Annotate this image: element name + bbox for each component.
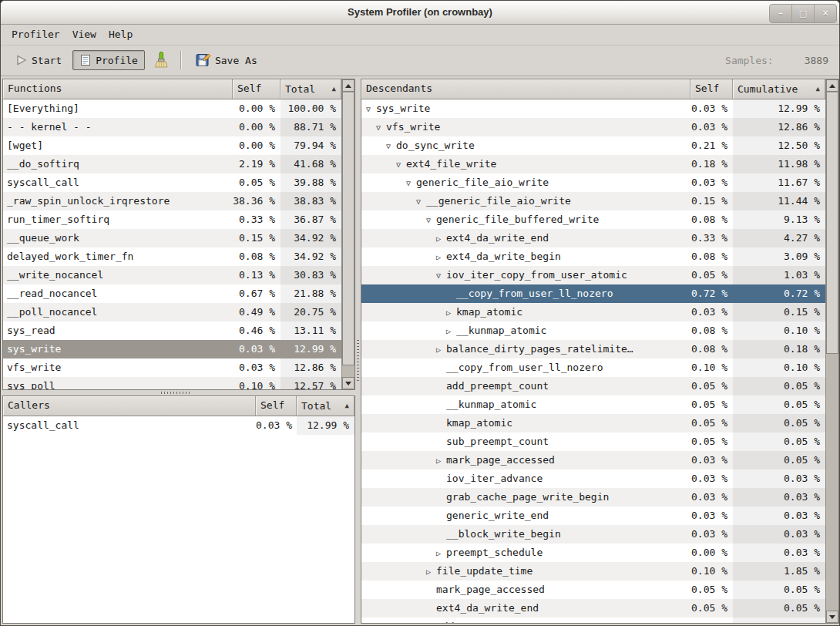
window-controls: – □ ✕ [769, 4, 837, 23]
expander-closed-icon[interactable]: ▷ [436, 248, 446, 266]
table-row[interactable]: __do_softirq2.19 %41.68 % [3, 155, 341, 173]
expander-open-icon[interactable]: ▽ [386, 137, 396, 155]
table-row[interactable]: ▽do_sync_write0.21 %12.50 % [361, 136, 825, 155]
table-row[interactable]: sys_read0.46 %13.11 % [3, 321, 341, 340]
self-percent: 0.03 % [690, 118, 733, 136]
titlebar[interactable]: System Profiler (on crownbay) – □ ✕ [1, 1, 839, 25]
scrollbar-thumb[interactable] [826, 92, 838, 354]
maximize-button[interactable]: □ [791, 5, 814, 22]
expander-closed-icon[interactable]: ▷ [436, 230, 446, 247]
table-row[interactable]: [Everything]0.00 %100.00 % [3, 99, 341, 118]
table-row[interactable]: __read_nocancel0.67 %21.88 % [3, 284, 341, 303]
descendants-scrollbar[interactable] [825, 79, 838, 623]
expander-closed-icon[interactable]: ▷ [436, 341, 446, 358]
minimize-button[interactable]: – [770, 5, 791, 22]
expander-open-icon[interactable]: ▽ [366, 100, 376, 118]
table-row[interactable]: syscall_call0.05 %39.88 % [3, 173, 341, 192]
table-row[interactable]: ▷mark_page_accessed0.03 %0.05 % [361, 451, 825, 470]
table-row[interactable]: ▷ext4_da_write_begin0.08 %3.09 % [361, 247, 825, 266]
table-row[interactable]: ext4_da_write_end0.05 %0.05 % [361, 599, 825, 618]
expander-closed-icon[interactable]: ▷ [436, 452, 446, 470]
table-row[interactable]: grab_cache_page_write_begin0.03 %0.03 % [361, 488, 825, 507]
expander-closed-icon[interactable]: ▷ [446, 304, 456, 321]
close-button[interactable]: ✕ [814, 5, 836, 22]
table-row[interactable]: iov_iter_advance0.03 %0.03 % [361, 470, 825, 488]
expander-open-icon[interactable]: ▽ [416, 193, 426, 210]
self-percent: 0.08 % [690, 247, 733, 266]
table-row[interactable]: sub_preempt_count0.05 %0.05 % [361, 432, 825, 451]
scroll-down-button[interactable] [342, 377, 354, 389]
column-header-total[interactable]: Total ▲ [297, 396, 354, 416]
table-row[interactable]: ▷balance_dirty_pages_ratelimite…0.08 %0.… [361, 340, 825, 358]
table-row[interactable]: ▽ext4_file_write0.18 %11.98 % [361, 155, 825, 173]
horizontal-splitter[interactable] [1, 390, 355, 395]
cumulative-percent: 1.85 % [733, 562, 825, 581]
profile-toggle-button[interactable]: Profile [72, 50, 145, 70]
table-row[interactable]: ▷ext4_da_write_end0.33 %4.27 % [361, 229, 825, 247]
expander-closed-icon[interactable]: ▷ [436, 544, 446, 562]
table-row[interactable]: __block_write_begin0.03 %0.03 % [361, 525, 825, 544]
start-button[interactable]: Start [8, 50, 69, 70]
table-row[interactable]: delayed_work_timer_fn0.08 %34.92 % [3, 247, 341, 266]
table-row[interactable]: ▽vfs_write0.03 %12.86 % [361, 118, 825, 136]
table-row[interactable]: ▽sys_write0.03 %12.99 % [361, 99, 825, 118]
scroll-down-button[interactable] [826, 611, 838, 623]
maximize-icon: □ [799, 8, 807, 19]
table-row[interactable]: ▷preempt_schedule0.00 %0.03 % [361, 544, 825, 562]
table-row[interactable]: run_timer_softirq0.33 %36.87 % [3, 210, 341, 229]
table-row[interactable]: add_preempt_count0.05 %0.05 % [361, 377, 825, 395]
menu-view[interactable]: View [66, 26, 102, 42]
table-row[interactable]: ▽generic_file_buffered_write0.08 %9.13 % [361, 210, 825, 229]
table-row[interactable]: __poll_nocancel0.49 %20.75 % [3, 303, 341, 321]
table-row[interactable]: ▷__kunmap_atomic0.08 %0.10 % [361, 321, 825, 340]
table-row[interactable]: __copy_from_user_ll_nozero0.10 %0.10 % [361, 358, 825, 377]
expander-closed-icon[interactable]: ▷ [446, 322, 456, 340]
table-row[interactable]: ▽__generic_file_aio_write0.15 %11.44 % [361, 192, 825, 210]
table-row[interactable]: ▽generic_file_aio_write0.03 %11.67 % [361, 173, 825, 192]
table-row[interactable]: ▷file_update_time0.10 %1.85 % [361, 562, 825, 581]
table-row[interactable]: __kunmap_atomic0.05 %0.05 % [361, 395, 825, 414]
vertical-splitter[interactable] [355, 76, 361, 626]
column-header-cumulative[interactable]: Cumulative ▲ [733, 79, 825, 99]
scroll-up-button[interactable] [826, 79, 838, 92]
functions-scrollbar[interactable] [341, 79, 354, 389]
table-row[interactable]: mark_page_accessed0.05 %0.05 % [361, 581, 825, 599]
expander-open-icon[interactable]: ▽ [436, 267, 446, 284]
table-row[interactable]: kmap_atomic0.05 %0.05 % [361, 414, 825, 432]
scroll-up-button[interactable] [342, 79, 354, 92]
cumulative-percent: 0.10 % [733, 358, 825, 377]
table-row[interactable]: add_preempt_count0.03 %0.03 % [361, 618, 825, 623]
table-row[interactable]: ▷kmap_atomic0.03 %0.15 % [361, 303, 825, 321]
table-row[interactable]: [wget]0.00 %79.94 % [3, 136, 341, 155]
column-header-self[interactable]: Self [690, 79, 733, 99]
table-row[interactable]: _raw_spin_unlock_irqrestore38.36 %38.83 … [3, 192, 341, 210]
reset-button[interactable] [149, 48, 173, 72]
column-header-callers[interactable]: Callers [3, 396, 256, 416]
table-row[interactable]: syscall_call0.03 %12.99 % [3, 416, 354, 435]
table-row[interactable]: __copy_from_user_ll_nozero0.72 %0.72 % [361, 284, 825, 303]
column-header-functions[interactable]: Functions [3, 79, 233, 99]
expander-closed-icon[interactable]: ▷ [426, 563, 436, 581]
table-row[interactable]: __queue_work0.15 %34.92 % [3, 229, 341, 247]
table-row[interactable]: - - kernel - -0.00 %88.71 % [3, 118, 341, 136]
scrollbar-thumb[interactable] [342, 92, 354, 365]
save-as-button[interactable]: Save As [189, 49, 264, 72]
column-header-self[interactable]: Self [233, 79, 281, 99]
table-row[interactable]: ▽iov_iter_copy_from_user_atomic0.05 %1.0… [361, 266, 825, 284]
table-row[interactable]: generic_write_end0.03 %0.03 % [361, 507, 825, 525]
expander-open-icon[interactable]: ▽ [426, 211, 436, 229]
table-row[interactable]: __write_nocancel0.13 %30.83 % [3, 266, 341, 284]
expander-open-icon[interactable]: ▽ [406, 174, 416, 192]
expander-open-icon[interactable]: ▽ [376, 119, 386, 136]
column-header-self[interactable]: Self [256, 396, 297, 416]
table-row[interactable]: sys_write0.03 %12.99 % [3, 340, 341, 358]
menu-profiler[interactable]: Profiler [5, 26, 66, 42]
table-row[interactable]: sys_poll0.10 %12.57 % [3, 377, 341, 389]
menu-help[interactable]: Help [102, 26, 139, 42]
table-row[interactable]: vfs_write0.03 %12.86 % [3, 358, 341, 377]
column-header-descendants[interactable]: Descendants [361, 79, 690, 99]
column-header-total[interactable]: Total ▲ [281, 79, 341, 99]
descendant-name: ▷ext4_da_write_begin [361, 247, 690, 266]
function-name: __queue_work [3, 229, 233, 247]
expander-open-icon[interactable]: ▽ [396, 156, 406, 173]
